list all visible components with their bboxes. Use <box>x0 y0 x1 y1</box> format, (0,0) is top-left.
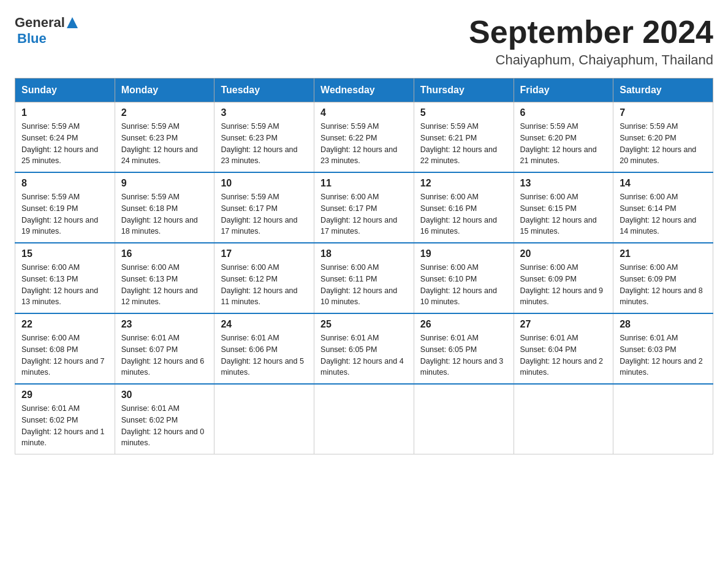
day-number: 2 <box>121 107 208 118</box>
calendar-cell <box>314 384 414 454</box>
day-info: Sunrise: 6:01 AMSunset: 6:03 PMDaylight:… <box>620 332 707 378</box>
calendar-header-thursday: Thursday <box>414 79 514 102</box>
day-number: 23 <box>121 319 208 330</box>
calendar-header-wednesday: Wednesday <box>314 79 414 102</box>
calendar-cell: 2Sunrise: 5:59 AMSunset: 6:23 PMDaylight… <box>115 102 214 173</box>
day-info: Sunrise: 6:01 AMSunset: 6:07 PMDaylight:… <box>121 332 208 378</box>
logo-text-general: General <box>15 15 65 31</box>
day-info: Sunrise: 5:59 AMSunset: 6:23 PMDaylight:… <box>221 121 308 167</box>
day-info: Sunrise: 6:00 AMSunset: 6:10 PMDaylight:… <box>420 262 507 308</box>
calendar-week-2: 8Sunrise: 5:59 AMSunset: 6:19 PMDaylight… <box>15 172 713 243</box>
day-number: 4 <box>320 107 408 118</box>
calendar-cell: 1Sunrise: 5:59 AMSunset: 6:24 PMDaylight… <box>15 102 115 173</box>
day-number: 12 <box>420 178 507 189</box>
calendar-cell: 16Sunrise: 6:00 AMSunset: 6:13 PMDayligh… <box>115 243 214 313</box>
calendar-table: SundayMondayTuesdayWednesdayThursdayFrid… <box>15 78 713 454</box>
calendar-cell: 17Sunrise: 6:00 AMSunset: 6:12 PMDayligh… <box>214 243 314 313</box>
day-info: Sunrise: 5:59 AMSunset: 6:24 PMDaylight:… <box>21 121 108 167</box>
calendar-header-saturday: Saturday <box>613 79 713 102</box>
calendar-cell: 22Sunrise: 6:00 AMSunset: 6:08 PMDayligh… <box>15 313 115 384</box>
calendar-cell: 30Sunrise: 6:01 AMSunset: 6:02 PMDayligh… <box>115 384 214 454</box>
calendar-cell: 27Sunrise: 6:01 AMSunset: 6:04 PMDayligh… <box>514 313 613 384</box>
day-info: Sunrise: 6:01 AMSunset: 6:02 PMDaylight:… <box>21 403 108 449</box>
day-number: 20 <box>520 248 607 259</box>
calendar-cell: 12Sunrise: 6:00 AMSunset: 6:16 PMDayligh… <box>414 172 514 243</box>
day-number: 9 <box>121 178 208 189</box>
day-number: 18 <box>320 248 408 259</box>
calendar-cell: 29Sunrise: 6:01 AMSunset: 6:02 PMDayligh… <box>15 384 115 454</box>
calendar-cell: 23Sunrise: 6:01 AMSunset: 6:07 PMDayligh… <box>115 313 214 384</box>
calendar-cell: 24Sunrise: 6:01 AMSunset: 6:06 PMDayligh… <box>214 313 314 384</box>
day-number: 24 <box>221 319 308 330</box>
day-number: 30 <box>121 389 208 400</box>
calendar-cell: 18Sunrise: 6:00 AMSunset: 6:11 PMDayligh… <box>314 243 414 313</box>
calendar-header-friday: Friday <box>514 79 613 102</box>
calendar-cell: 9Sunrise: 5:59 AMSunset: 6:18 PMDaylight… <box>115 172 214 243</box>
day-info: Sunrise: 6:01 AMSunset: 6:05 PMDaylight:… <box>320 332 408 378</box>
logo-text-blue: Blue <box>17 31 47 47</box>
calendar-cell: 26Sunrise: 6:01 AMSunset: 6:05 PMDayligh… <box>414 313 514 384</box>
day-info: Sunrise: 6:01 AMSunset: 6:06 PMDaylight:… <box>221 332 308 378</box>
day-info: Sunrise: 5:59 AMSunset: 6:20 PMDaylight:… <box>620 121 707 167</box>
day-info: Sunrise: 6:00 AMSunset: 6:08 PMDaylight:… <box>21 332 108 378</box>
calendar-cell <box>613 384 713 454</box>
calendar-cell: 5Sunrise: 5:59 AMSunset: 6:21 PMDaylight… <box>414 102 514 173</box>
day-info: Sunrise: 5:59 AMSunset: 6:22 PMDaylight:… <box>320 121 408 167</box>
day-number: 22 <box>21 319 108 330</box>
day-number: 21 <box>620 248 707 259</box>
day-number: 13 <box>520 178 607 189</box>
svg-marker-0 <box>67 17 78 28</box>
calendar-cell: 13Sunrise: 6:00 AMSunset: 6:15 PMDayligh… <box>514 172 613 243</box>
day-number: 15 <box>21 248 108 259</box>
day-info: Sunrise: 6:00 AMSunset: 6:09 PMDaylight:… <box>520 262 607 308</box>
calendar-cell <box>414 384 514 454</box>
day-number: 14 <box>620 178 707 189</box>
day-info: Sunrise: 6:01 AMSunset: 6:05 PMDaylight:… <box>420 332 507 378</box>
day-info: Sunrise: 6:00 AMSunset: 6:13 PMDaylight:… <box>121 262 208 308</box>
day-info: Sunrise: 6:00 AMSunset: 6:16 PMDaylight:… <box>420 191 507 237</box>
day-number: 8 <box>21 178 108 189</box>
calendar-cell: 14Sunrise: 6:00 AMSunset: 6:14 PMDayligh… <box>613 172 713 243</box>
calendar-header-tuesday: Tuesday <box>214 79 314 102</box>
calendar-week-5: 29Sunrise: 6:01 AMSunset: 6:02 PMDayligh… <box>15 384 713 454</box>
day-info: Sunrise: 6:01 AMSunset: 6:04 PMDaylight:… <box>520 332 607 378</box>
day-number: 27 <box>520 319 607 330</box>
day-number: 16 <box>121 248 208 259</box>
day-info: Sunrise: 6:00 AMSunset: 6:14 PMDaylight:… <box>620 191 707 237</box>
calendar-cell <box>214 384 314 454</box>
calendar-subtitle: Chaiyaphum, Chaiyaphum, Thailand <box>469 52 713 68</box>
calendar-cell <box>514 384 613 454</box>
calendar-cell: 6Sunrise: 5:59 AMSunset: 6:20 PMDaylight… <box>514 102 613 173</box>
calendar-cell: 20Sunrise: 6:00 AMSunset: 6:09 PMDayligh… <box>514 243 613 313</box>
day-number: 28 <box>620 319 707 330</box>
calendar-header-sunday: Sunday <box>15 79 115 102</box>
calendar-cell: 7Sunrise: 5:59 AMSunset: 6:20 PMDaylight… <box>613 102 713 173</box>
day-number: 11 <box>320 178 408 189</box>
day-info: Sunrise: 6:00 AMSunset: 6:13 PMDaylight:… <box>21 262 108 308</box>
day-info: Sunrise: 6:00 AMSunset: 6:12 PMDaylight:… <box>221 262 308 308</box>
calendar-header-monday: Monday <box>115 79 214 102</box>
day-info: Sunrise: 6:00 AMSunset: 6:17 PMDaylight:… <box>320 191 408 237</box>
day-info: Sunrise: 5:59 AMSunset: 6:20 PMDaylight:… <box>520 121 607 167</box>
calendar-header-row: SundayMondayTuesdayWednesdayThursdayFrid… <box>15 79 713 102</box>
calendar-cell: 15Sunrise: 6:00 AMSunset: 6:13 PMDayligh… <box>15 243 115 313</box>
day-info: Sunrise: 5:59 AMSunset: 6:21 PMDaylight:… <box>420 121 507 167</box>
logo-triangle-icon <box>66 16 79 29</box>
calendar-cell: 19Sunrise: 6:00 AMSunset: 6:10 PMDayligh… <box>414 243 514 313</box>
day-number: 25 <box>320 319 408 330</box>
day-number: 3 <box>221 107 308 118</box>
calendar-cell: 10Sunrise: 5:59 AMSunset: 6:17 PMDayligh… <box>214 172 314 243</box>
day-info: Sunrise: 5:59 AMSunset: 6:17 PMDaylight:… <box>221 191 308 237</box>
day-info: Sunrise: 6:00 AMSunset: 6:11 PMDaylight:… <box>320 262 408 308</box>
day-info: Sunrise: 6:01 AMSunset: 6:02 PMDaylight:… <box>121 403 208 449</box>
day-number: 29 <box>21 389 108 400</box>
day-info: Sunrise: 5:59 AMSunset: 6:19 PMDaylight:… <box>21 191 108 237</box>
day-info: Sunrise: 5:59 AMSunset: 6:23 PMDaylight:… <box>121 121 208 167</box>
calendar-cell: 21Sunrise: 6:00 AMSunset: 6:09 PMDayligh… <box>613 243 713 313</box>
calendar-cell: 4Sunrise: 5:59 AMSunset: 6:22 PMDaylight… <box>314 102 414 173</box>
calendar-cell: 28Sunrise: 6:01 AMSunset: 6:03 PMDayligh… <box>613 313 713 384</box>
calendar-week-4: 22Sunrise: 6:00 AMSunset: 6:08 PMDayligh… <box>15 313 713 384</box>
day-number: 6 <box>520 107 607 118</box>
calendar-title: September 2024 <box>469 15 713 50</box>
day-number: 5 <box>420 107 507 118</box>
